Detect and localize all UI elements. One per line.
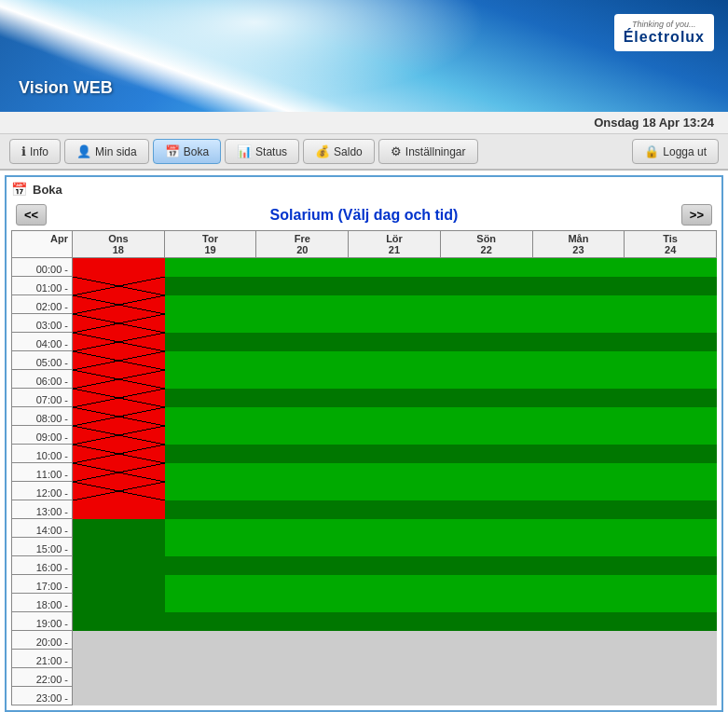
time-slot-day6-row23[interactable]	[625, 687, 717, 705]
time-slot-day2-row17[interactable]	[256, 575, 349, 594]
time-slot-day2-row21[interactable]	[256, 650, 349, 668]
time-slot-day1-row1[interactable]	[165, 277, 257, 295]
time-slot-day0-row7[interactable]	[73, 389, 165, 407]
time-slot-day1-row7[interactable]	[165, 389, 257, 407]
time-slot-day3-row17[interactable]	[349, 575, 441, 594]
time-slot-day2-row23[interactable]	[256, 687, 349, 705]
time-slot-day1-row17[interactable]	[165, 575, 257, 594]
prev-week-button[interactable]: <<	[16, 204, 47, 226]
time-slot-day1-row5[interactable]	[165, 351, 257, 370]
time-slot-day3-row5[interactable]	[349, 351, 441, 370]
time-slot-day4-row17[interactable]	[441, 575, 533, 594]
time-slot-day2-row18[interactable]	[256, 594, 349, 612]
time-slot-day1-row13[interactable]	[165, 500, 257, 519]
time-slot-day2-row12[interactable]	[256, 482, 349, 500]
time-slot-day0-row4[interactable]	[73, 333, 165, 351]
time-slot-day3-row12[interactable]	[349, 482, 441, 500]
time-slot-day6-row22[interactable]	[625, 668, 717, 687]
time-slot-day0-row20[interactable]	[73, 631, 165, 650]
time-slot-day0-row2[interactable]	[73, 295, 165, 314]
time-slot-day6-row13[interactable]	[625, 500, 717, 519]
time-slot-day0-row18[interactable]	[73, 594, 165, 612]
time-slot-day5-row19[interactable]	[533, 612, 625, 631]
time-slot-day4-row23[interactable]	[441, 687, 533, 705]
time-slot-day4-row16[interactable]	[441, 556, 533, 575]
time-slot-day0-row13[interactable]	[73, 500, 165, 519]
time-slot-day4-row2[interactable]	[441, 295, 533, 314]
time-slot-day3-row22[interactable]	[349, 668, 441, 687]
time-slot-day1-row21[interactable]	[165, 650, 257, 668]
time-slot-day6-row9[interactable]	[625, 426, 717, 445]
time-slot-day5-row20[interactable]	[533, 631, 625, 650]
time-slot-day5-row2[interactable]	[533, 295, 625, 314]
time-slot-day4-row0[interactable]	[441, 258, 533, 277]
time-slot-day1-row15[interactable]	[165, 538, 257, 556]
time-slot-day4-row14[interactable]	[441, 519, 533, 538]
time-slot-day5-row7[interactable]	[533, 389, 625, 407]
time-slot-day0-row16[interactable]	[73, 556, 165, 575]
time-slot-day0-row5[interactable]	[73, 351, 165, 370]
time-slot-day3-row16[interactable]	[349, 556, 441, 575]
time-slot-day5-row9[interactable]	[533, 426, 625, 445]
time-slot-day1-row22[interactable]	[165, 668, 257, 687]
time-slot-day3-row13[interactable]	[349, 500, 441, 519]
time-slot-day3-row23[interactable]	[349, 687, 441, 705]
time-slot-day0-row9[interactable]	[73, 426, 165, 445]
time-slot-day4-row6[interactable]	[441, 370, 533, 389]
time-slot-day2-row13[interactable]	[256, 500, 349, 519]
time-slot-day2-row3[interactable]	[256, 314, 349, 333]
time-slot-day2-row1[interactable]	[256, 277, 349, 295]
time-slot-day0-row23[interactable]	[73, 687, 165, 705]
time-slot-day1-row3[interactable]	[165, 314, 257, 333]
time-slot-day5-row14[interactable]	[533, 519, 625, 538]
time-slot-day6-row16[interactable]	[625, 556, 717, 575]
time-slot-day6-row21[interactable]	[625, 650, 717, 668]
time-slot-day6-row20[interactable]	[625, 631, 717, 650]
time-slot-day3-row11[interactable]	[349, 463, 441, 482]
time-slot-day0-row14[interactable]	[73, 519, 165, 538]
time-slot-day5-row1[interactable]	[533, 277, 625, 295]
boka-button[interactable]: 📅 Boka	[153, 139, 221, 164]
time-slot-day3-row3[interactable]	[349, 314, 441, 333]
saldo-button[interactable]: 💰 Saldo	[303, 139, 375, 164]
time-slot-day2-row19[interactable]	[256, 612, 349, 631]
next-week-button[interactable]: >>	[681, 204, 712, 226]
time-slot-day5-row6[interactable]	[533, 370, 625, 389]
time-slot-day6-row14[interactable]	[625, 519, 717, 538]
time-slot-day4-row19[interactable]	[441, 612, 533, 631]
time-slot-day3-row14[interactable]	[349, 519, 441, 538]
time-slot-day6-row0[interactable]	[625, 258, 717, 277]
time-slot-day1-row2[interactable]	[165, 295, 257, 314]
time-slot-day3-row10[interactable]	[349, 445, 441, 463]
time-slot-day2-row8[interactable]	[256, 407, 349, 426]
time-slot-day6-row19[interactable]	[625, 612, 717, 631]
time-slot-day1-row19[interactable]	[165, 612, 257, 631]
time-slot-day1-row8[interactable]	[165, 407, 257, 426]
time-slot-day3-row19[interactable]	[349, 612, 441, 631]
time-slot-day5-row4[interactable]	[533, 333, 625, 351]
time-slot-day6-row11[interactable]	[625, 463, 717, 482]
min-sida-button[interactable]: 👤 Min sida	[64, 139, 149, 164]
time-slot-day6-row2[interactable]	[625, 295, 717, 314]
time-slot-day5-row5[interactable]	[533, 351, 625, 370]
time-slot-day5-row10[interactable]	[533, 445, 625, 463]
time-slot-day6-row4[interactable]	[625, 333, 717, 351]
time-slot-day4-row21[interactable]	[441, 650, 533, 668]
time-slot-day4-row1[interactable]	[441, 277, 533, 295]
time-slot-day1-row23[interactable]	[165, 687, 257, 705]
time-slot-day5-row3[interactable]	[533, 314, 625, 333]
time-slot-day3-row7[interactable]	[349, 389, 441, 407]
status-button[interactable]: 📊 Status	[225, 139, 299, 164]
time-slot-day4-row9[interactable]	[441, 426, 533, 445]
time-slot-day6-row10[interactable]	[625, 445, 717, 463]
time-slot-day5-row16[interactable]	[533, 556, 625, 575]
time-slot-day5-row17[interactable]	[533, 575, 625, 594]
time-slot-day1-row9[interactable]	[165, 426, 257, 445]
time-slot-day4-row3[interactable]	[441, 314, 533, 333]
time-slot-day3-row18[interactable]	[349, 594, 441, 612]
time-slot-day1-row4[interactable]	[165, 333, 257, 351]
time-slot-day2-row4[interactable]	[256, 333, 349, 351]
time-slot-day3-row15[interactable]	[349, 538, 441, 556]
time-slot-day6-row7[interactable]	[625, 389, 717, 407]
time-slot-day3-row2[interactable]	[349, 295, 441, 314]
